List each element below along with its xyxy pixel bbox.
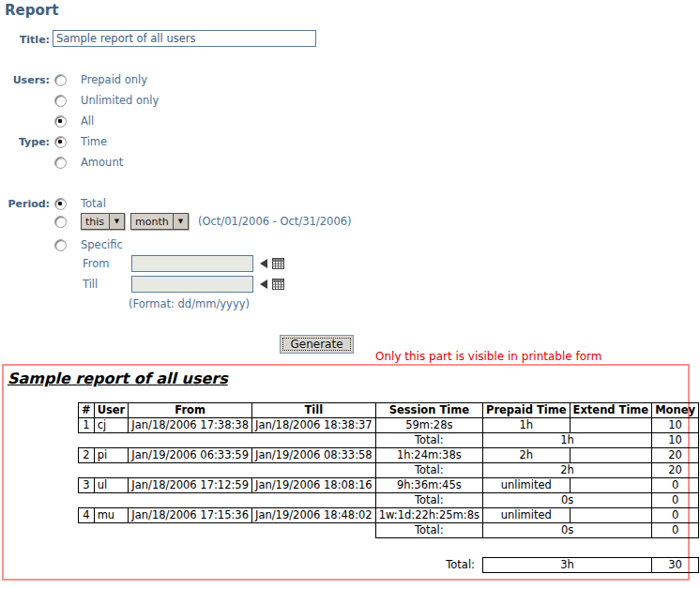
period-unit-select[interactable]: month ▼ — [130, 213, 189, 230]
from-date-arrow-icon[interactable] — [260, 259, 267, 268]
select-value: this — [82, 214, 109, 229]
table-spacer-row — [79, 538, 699, 558]
radio-period-total[interactable] — [54, 198, 67, 210]
from-date-row: From — [83, 255, 284, 272]
generate-button[interactable]: Generate — [280, 335, 354, 354]
report-table: # User From Till Session Time Prepaid Ti… — [78, 402, 699, 573]
period-option-label: Total — [81, 197, 106, 210]
report-title: Sample report of all users — [8, 370, 228, 387]
cell-num: 3 — [79, 478, 95, 493]
table-header-row: # User From Till Session Time Prepaid Ti… — [79, 403, 699, 418]
printable-report-box: Sample report of all users # User From T… — [2, 364, 690, 581]
period-label: Period: — [0, 198, 50, 210]
date-format-hint: (Format: dd/mm/yyyy) — [129, 297, 250, 310]
from-label: From — [83, 257, 131, 270]
cell-prepaid: unlimited — [482, 508, 570, 523]
total-money-cell: 20 — [652, 463, 699, 478]
row-total: Total: 0s 0 — [79, 523, 699, 538]
period-option-total: Total — [54, 197, 106, 210]
cell-user: mu — [94, 508, 129, 523]
users-option-unlimited: Unlimited only — [54, 94, 159, 107]
table-row: 4 mu Jan/18/2006 17:15:36 Jan/19/2006 18… — [79, 508, 699, 523]
cell-money: 20 — [652, 448, 699, 463]
radio-users-prepaid-only[interactable] — [54, 74, 67, 86]
cell-money: 0 — [652, 478, 699, 493]
grand-total-money: 30 — [652, 558, 699, 573]
cell-session: 1w:1d:22h:25m:8s — [375, 508, 482, 523]
cell-session: 9h:36m:45s — [375, 478, 482, 493]
cell-prepaid: unlimited — [482, 478, 570, 493]
title-input[interactable] — [53, 30, 316, 47]
col-header-from: From — [129, 403, 252, 418]
from-date-input[interactable] — [131, 255, 253, 272]
grand-total-time: 3h — [482, 558, 651, 573]
col-header-session-time: Session Time — [375, 403, 482, 418]
cell-till: Jan/19/2006 18:08:16 — [251, 478, 375, 493]
cell-num: 1 — [79, 418, 95, 433]
users-option-prepaid: Prepaid only — [54, 73, 147, 86]
till-date-arrow-icon[interactable] — [260, 279, 267, 289]
users-label: Users: — [0, 74, 50, 86]
users-option-label: All — [81, 114, 94, 128]
type-option-amount: Amount — [54, 156, 123, 169]
table-row: 2 pi Jan/19/2006 06:33:59 Jan/19/2006 08… — [79, 448, 699, 463]
radio-period-specific[interactable] — [54, 239, 67, 251]
type-option-time: Time — [54, 135, 107, 148]
row-total: Total: 0s 0 — [79, 493, 699, 508]
grand-total-row: Total: 3h 30 — [79, 558, 699, 573]
type-option-label: Amount — [81, 156, 123, 169]
period-option-specific: Specific — [54, 238, 123, 251]
till-calendar-icon[interactable] — [272, 279, 284, 290]
users-option-all: All — [54, 114, 94, 128]
cell-from: Jan/19/2006 06:33:59 — [129, 448, 252, 463]
cell-extend — [570, 478, 652, 493]
till-date-input[interactable] — [131, 276, 253, 293]
total-spacer-cell — [79, 433, 376, 448]
cell-session: 1h:24m:38s — [375, 448, 482, 463]
radio-users-all[interactable] — [54, 115, 67, 128]
radio-type-time[interactable] — [54, 136, 67, 148]
cell-extend — [570, 418, 652, 433]
type-label: Type: — [0, 136, 50, 148]
type-option-label: Time — [81, 135, 107, 148]
row-total: Total: 2h 20 — [79, 463, 699, 478]
report-page: Report Title: Users: Prepaid only Unlimi… — [0, 0, 700, 589]
cell-from: Jan/18/2006 17:15:36 — [129, 508, 252, 523]
col-header-money: Money — [652, 403, 699, 418]
period-range-hint: (Oct/01/2006 - Oct/31/2006) — [198, 215, 352, 228]
total-money-cell: 0 — [652, 523, 699, 538]
users-option-label: Prepaid only — [81, 73, 147, 86]
period-this-select[interactable]: this ▼ — [81, 213, 125, 230]
cell-num: 4 — [79, 508, 95, 523]
cell-money: 0 — [652, 508, 699, 523]
period-option-relative: this ▼ month ▼ (Oct/01/2006 - Oct/31/200… — [54, 213, 352, 230]
table-row: 3 ul Jan/18/2006 17:12:59 Jan/19/2006 18… — [79, 478, 699, 493]
total-label-cell: Total: — [375, 523, 482, 538]
cell-till: Jan/19/2006 08:33:58 — [251, 448, 375, 463]
radio-period-relative[interactable] — [54, 216, 67, 228]
cell-from: Jan/18/2006 17:12:59 — [129, 478, 252, 493]
radio-type-amount[interactable] — [54, 157, 67, 169]
cell-user: pi — [94, 448, 129, 463]
users-option-label: Unlimited only — [81, 94, 159, 107]
printable-note: Only this part is visible in printable f… — [375, 350, 601, 363]
total-spacer-cell — [79, 463, 376, 478]
radio-users-unlimited-only[interactable] — [54, 95, 67, 107]
cell-user: ul — [94, 478, 129, 493]
total-time-cell: 0s — [482, 523, 651, 538]
col-header-num: # — [79, 403, 95, 418]
cell-from: Jan/18/2006 17:38:38 — [129, 418, 252, 433]
cell-till: Jan/19/2006 18:48:02 — [251, 508, 375, 523]
cell-prepaid: 2h — [482, 448, 570, 463]
from-calendar-icon[interactable] — [272, 258, 284, 269]
col-header-prepaid-time: Prepaid Time — [482, 403, 570, 418]
grand-total-spacer-cell — [79, 558, 376, 573]
cell-session: 59m:28s — [375, 418, 482, 433]
chevron-down-icon: ▼ — [173, 214, 188, 229]
total-time-cell: 2h — [482, 463, 651, 478]
col-header-extend-time: Extend Time — [570, 403, 652, 418]
select-value: month — [131, 214, 173, 229]
total-spacer-cell — [79, 493, 376, 508]
till-label: Till — [83, 278, 131, 291]
cell-extend — [570, 448, 652, 463]
